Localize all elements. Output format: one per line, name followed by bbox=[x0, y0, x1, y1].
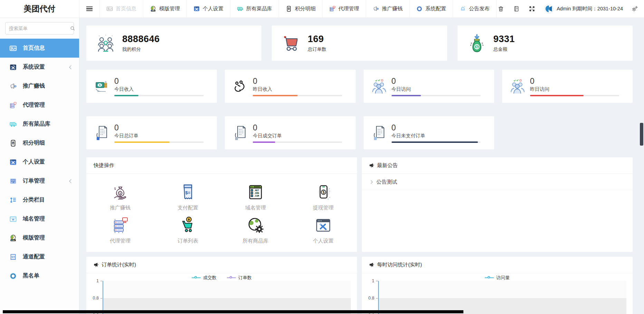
tab-template-manage[interactable]: HTML 模版管理 bbox=[143, 0, 187, 18]
sidebar-item-label: 通道配置 bbox=[23, 253, 45, 261]
card-today-income: $ 0 今日收入 bbox=[86, 70, 217, 103]
sidebar-item-agent-manage[interactable]: 代理管理 bbox=[0, 96, 79, 115]
quick-agent-manage[interactable]: 代理管理 bbox=[86, 216, 154, 244]
legend-item-completed[interactable]: 成交数 bbox=[192, 275, 217, 281]
orders-value: 169 bbox=[308, 34, 326, 45]
sidebar-item-label: 模版管理 bbox=[23, 234, 45, 242]
personal-settings-icon bbox=[9, 158, 17, 166]
sidebar-item-personal-settings[interactable]: 个人设置 bbox=[0, 153, 79, 171]
tab-announcement-publish[interactable]: 公告发布 bbox=[453, 0, 497, 18]
dish-library-icon bbox=[237, 6, 243, 12]
promote-earn-icon: $ bbox=[373, 6, 379, 12]
quick-goods-library[interactable]: 所有商品库 bbox=[222, 216, 289, 244]
user-menu[interactable]: Admin 到期时间：2031-10-24 bbox=[544, 4, 623, 13]
log-button[interactable] bbox=[513, 6, 520, 12]
metric-bar-fill bbox=[530, 95, 584, 96]
svg-text:HTML: HTML bbox=[152, 10, 155, 11]
dish-library-icon bbox=[9, 120, 17, 128]
quick-actions-title: 快捷操作 bbox=[94, 162, 114, 169]
sidebar-item-category-columns[interactable]: 分类栏目 bbox=[0, 190, 79, 209]
tab-personal-settings[interactable]: 个人设置 bbox=[187, 0, 230, 18]
sidebar-item-dish-library[interactable]: 所有菜品库 bbox=[0, 115, 79, 134]
y-axis-line bbox=[103, 281, 103, 314]
points-value: 8888646 bbox=[122, 34, 160, 45]
svg-text:$: $ bbox=[12, 142, 13, 144]
tab-promote-earn[interactable]: $ 推广赚钱 bbox=[366, 0, 410, 18]
avatar bbox=[544, 4, 554, 13]
quick-promote-earn[interactable]: $ 推广赚钱 bbox=[86, 183, 154, 211]
settings-button[interactable] bbox=[632, 6, 638, 12]
tab-points-detail[interactable]: $ 积分明细 bbox=[279, 0, 323, 18]
fullscreen-button[interactable] bbox=[529, 6, 536, 12]
order-metric-value: 0 bbox=[253, 123, 348, 133]
promote-earn-icon: $ bbox=[9, 82, 17, 90]
sidebar-item-label: 个人设置 bbox=[23, 158, 45, 166]
announcement-text: 公告测试 bbox=[376, 179, 397, 185]
trash-button[interactable] bbox=[498, 6, 504, 12]
sidebar-item-channel-config[interactable]: $ 通道配置 bbox=[0, 247, 79, 266]
quick-withdraw-manage[interactable]: $ 提现管理 bbox=[289, 183, 357, 211]
y-tick-mark bbox=[100, 298, 102, 298]
search-icon bbox=[70, 26, 75, 31]
quick-action-label: 提现管理 bbox=[313, 205, 334, 211]
sidebar-item-order-manage[interactable]: 订单管理 bbox=[0, 171, 79, 190]
svg-text:$=: $= bbox=[185, 190, 191, 195]
order-bar-fill bbox=[253, 141, 275, 143]
sidebar-item-points-detail[interactable]: $ 积分明细 bbox=[0, 134, 79, 153]
sidebar-item-domain-manage[interactable]: w 域名管理 bbox=[0, 209, 79, 228]
quick-action-label: 推广赚钱 bbox=[110, 205, 131, 211]
order-bar-track bbox=[114, 141, 204, 143]
gears-icon bbox=[632, 6, 638, 12]
svg-text:w: w bbox=[12, 218, 15, 221]
order-stats-chart: 成交数 订单数 1 0.8 0.6 bbox=[86, 273, 357, 314]
order-metric-label: 今日总订单 bbox=[114, 133, 209, 139]
svg-text:$: $ bbox=[288, 8, 289, 10]
sidebar-item-blacklist[interactable]: 黑名单 bbox=[0, 266, 79, 285]
sidebar-item-label: 黑名单 bbox=[23, 272, 39, 279]
chart-legend: 成交数 订单数 bbox=[86, 275, 357, 281]
visitors-group-icon bbox=[371, 78, 387, 94]
card-total-orders: 169 总订单数 bbox=[272, 26, 447, 61]
domain-list-icon: .NET.ORG.COM bbox=[246, 183, 265, 202]
agent-manage-icon bbox=[329, 6, 336, 12]
quick-personal-settings[interactable]: 个人设置 bbox=[289, 216, 357, 244]
quick-order-list[interactable]: 订单列表 bbox=[154, 216, 222, 244]
y-axis-line bbox=[378, 281, 379, 314]
metric-bar-fill bbox=[114, 95, 138, 96]
tab-system-config[interactable]: 系统配置 bbox=[410, 0, 453, 18]
system-config-icon bbox=[416, 6, 423, 12]
scrollbar-thumb[interactable] bbox=[640, 123, 643, 146]
quick-pay-config[interactable]: $= 支付配置 bbox=[154, 183, 222, 211]
bottom-black-strip bbox=[3, 310, 463, 313]
tab-dish-library[interactable]: 所有菜品库 bbox=[230, 0, 279, 18]
order-bar-fill bbox=[114, 141, 170, 143]
svg-text:$: $ bbox=[323, 190, 325, 194]
announcement-item[interactable]: 公告测试 bbox=[362, 174, 633, 190]
template-icon: HTML bbox=[9, 234, 17, 242]
metric-bar-fill bbox=[392, 95, 421, 96]
legend-item-orders[interactable]: 订单数 bbox=[227, 275, 252, 281]
tab-agent-manage[interactable]: 代理管理 bbox=[323, 0, 366, 18]
order-bar-track bbox=[253, 141, 342, 143]
quick-action-label: 代理管理 bbox=[110, 238, 131, 244]
sidebar-item-promote-earn[interactable]: $ 推广赚钱 bbox=[0, 77, 79, 96]
sidebar-item-template-manage[interactable]: HTML 模版管理 bbox=[0, 228, 79, 247]
order-stats-panel: 订单统计(实时) 成交数 订单数 bbox=[86, 257, 357, 314]
sidebar-toggle-button[interactable] bbox=[79, 0, 99, 18]
quick-action-label: 个人设置 bbox=[313, 238, 334, 244]
legend-item-visits[interactable]: 访问量 bbox=[485, 275, 510, 281]
hand-gesture-icon bbox=[232, 78, 248, 94]
sidebar-item-system-settings[interactable]: 系统设置 bbox=[0, 58, 79, 77]
svg-text:$: $ bbox=[119, 192, 121, 195]
order-cart-icon bbox=[179, 216, 197, 235]
hourly-visits-header: 每时访问统计(实时) bbox=[362, 257, 633, 273]
pay-receipt-icon: $= bbox=[179, 183, 197, 202]
card-today-unpaid-orders: 0 今日未支付订单 bbox=[364, 116, 494, 149]
tab-label: 个人设置 bbox=[203, 6, 223, 12]
sidebar-item-home-info[interactable]: 首页信息 bbox=[0, 39, 79, 58]
metric-card-row: $ 0 今日收入 0 昨日收入 bbox=[86, 70, 633, 103]
search-input[interactable] bbox=[9, 26, 70, 31]
chart-split-area bbox=[103, 281, 351, 298]
tab-home-info[interactable]: 首页信息 bbox=[99, 0, 143, 18]
quick-domain-manage[interactable]: .NET.ORG.COM 域名管理 bbox=[222, 183, 289, 211]
